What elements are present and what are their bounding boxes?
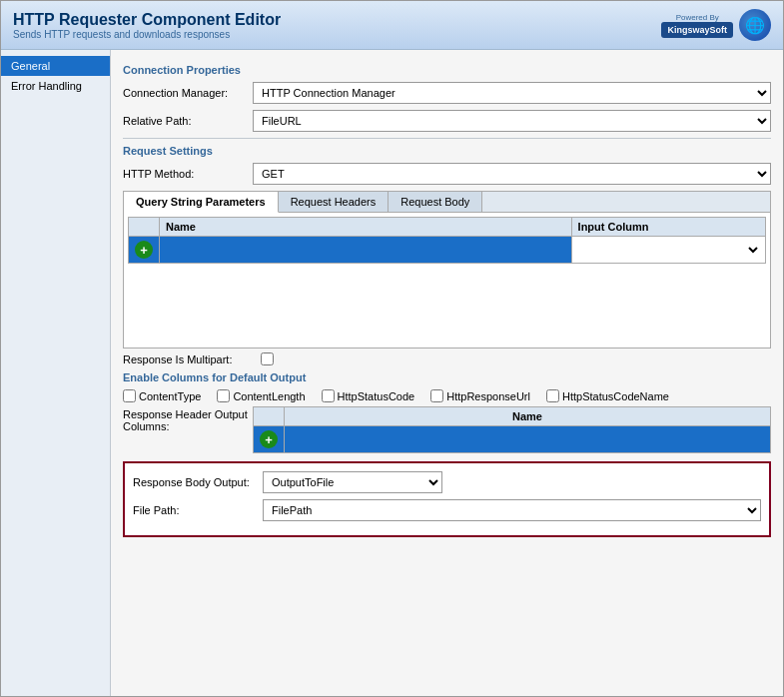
relative-path-label: Relative Path: [123, 115, 253, 127]
globe-icon: 🌐 [739, 9, 771, 41]
http-method-row: HTTP Method: GET POST PUT DELETE PATCH [123, 163, 771, 185]
input-col-select[interactable] [576, 240, 761, 260]
http-status-code-label: HttpStatusCode [338, 390, 415, 402]
input-col-cell [571, 237, 765, 264]
content-length-checkbox[interactable] [217, 389, 230, 402]
content-length-label: ContentLength [233, 390, 305, 402]
file-path-row: File Path: FilePath [133, 499, 761, 521]
tab-content-query-string: Name Input Column + [124, 213, 770, 348]
resp-table-header: Name [254, 407, 771, 426]
multipart-checkbox[interactable] [261, 352, 274, 365]
resp-add-btn-cell: + [254, 426, 285, 453]
content-type-label: ContentType [139, 390, 201, 402]
connection-manager-select[interactable]: HTTP Connection Manager [253, 82, 771, 104]
connection-properties-header: Connection Properties [123, 64, 771, 76]
response-body-output-label: Response Body Output: [133, 476, 263, 488]
enable-columns-group: ContentType ContentLength HttpStatusCode… [123, 389, 771, 402]
http-status-code-name-checkbox[interactable] [546, 389, 559, 402]
title-bar-left: HTTP Requester Component Editor Sends HT… [13, 11, 281, 40]
checkbox-http-status-code: HttpStatusCode [322, 389, 415, 402]
col-name-header: Name [160, 218, 572, 237]
left-nav: General Error Handling [1, 50, 111, 696]
nav-item-error-handling[interactable]: Error Handling [1, 76, 110, 96]
tab-query-string[interactable]: Query String Parameters [124, 192, 279, 213]
title-bar: HTTP Requester Component Editor Sends HT… [1, 1, 783, 50]
checkbox-http-status-code-name: HttpStatusCodeName [546, 389, 669, 402]
param-table: Name Input Column + [128, 217, 766, 264]
checkbox-http-response-url: HttpResponseUrl [430, 389, 530, 402]
brand-label: Powered By [676, 13, 719, 22]
kingsway-logo: KingswaySoft [661, 22, 733, 38]
resp-col-icon [254, 407, 285, 426]
name-input[interactable] [164, 243, 567, 258]
request-settings-header: Request Settings [123, 145, 771, 157]
file-path-select[interactable]: FilePath [263, 499, 761, 521]
tabs-header: Query String Parameters Request Headers … [124, 192, 770, 213]
brand-name: KingswaySoft [667, 25, 727, 35]
tabs-container: Query String Parameters Request Headers … [123, 191, 771, 348]
connection-manager-row: Connection Manager: HTTP Connection Mana… [123, 82, 771, 104]
relative-path-control: FileURL [253, 110, 771, 132]
response-body-output-select[interactable]: OutputToFile OutputToColumn Discard [263, 471, 442, 493]
file-path-control: FilePath [263, 499, 761, 521]
response-body-output-row: Response Body Output: OutputToFile Outpu… [133, 471, 761, 493]
resp-header-table: Name + [253, 406, 771, 453]
main-window: HTTP Requester Component Editor Sends HT… [0, 0, 784, 697]
relative-path-select[interactable]: FileURL [253, 110, 771, 132]
checkbox-content-type: ContentType [123, 389, 201, 402]
col-input-header: Input Column [571, 218, 765, 237]
checkbox-content-length: ContentLength [217, 389, 305, 402]
tab-request-headers[interactable]: Request Headers [279, 192, 390, 212]
add-row-button[interactable]: + [135, 241, 153, 259]
resp-name-cell[interactable] [285, 426, 771, 453]
response-header-row: Response Header Output Columns: Name [123, 406, 771, 453]
content-type-checkbox[interactable] [123, 389, 136, 402]
add-btn-cell: + [129, 237, 160, 264]
table-empty-space [128, 264, 766, 344]
connection-manager-label: Connection Manager: [123, 87, 253, 99]
tab-request-body[interactable]: Request Body [389, 192, 482, 212]
http-method-select[interactable]: GET POST PUT DELETE PATCH [253, 163, 771, 185]
resp-add-button[interactable]: + [260, 430, 278, 448]
http-status-code-name-label: HttpStatusCodeName [562, 390, 669, 402]
connection-manager-control: HTTP Connection Manager [253, 82, 771, 104]
title-bar-right: Powered By KingswaySoft 🌐 [661, 9, 771, 41]
resp-table-add-row: + [254, 426, 771, 453]
main-panel: Connection Properties Connection Manager… [111, 50, 783, 696]
http-method-label: HTTP Method: [123, 168, 253, 180]
table-row: + [129, 237, 766, 264]
resp-col-name: Name [285, 407, 771, 426]
divider-1 [123, 138, 771, 139]
param-table-header: Name Input Column [129, 218, 766, 237]
name-cell[interactable] [160, 237, 572, 264]
col-icon [129, 218, 160, 237]
multipart-row: Response Is Multipart: [123, 352, 771, 365]
nav-item-general[interactable]: General [1, 56, 110, 76]
relative-path-row: Relative Path: FileURL [123, 110, 771, 132]
window-title: HTTP Requester Component Editor [13, 11, 281, 29]
multipart-label: Response Is Multipart: [123, 353, 253, 365]
http-status-code-checkbox[interactable] [322, 389, 335, 402]
content-area: General Error Handling Connection Proper… [1, 50, 783, 696]
http-method-control: GET POST PUT DELETE PATCH [253, 163, 771, 185]
file-path-label: File Path: [133, 504, 263, 516]
http-response-url-checkbox[interactable] [430, 389, 443, 402]
response-header-label: Response Header Output Columns: [123, 406, 253, 432]
enable-columns-header: Enable Columns for Default Output [123, 371, 771, 383]
response-header-table-wrap: Name + [253, 406, 771, 453]
http-response-url-label: HttpResponseUrl [446, 390, 530, 402]
response-body-section: Response Body Output: OutputToFile Outpu… [123, 461, 771, 537]
response-body-output-control: OutputToFile OutputToColumn Discard [263, 471, 761, 493]
window-subtitle: Sends HTTP requests and downloads respon… [13, 29, 281, 40]
